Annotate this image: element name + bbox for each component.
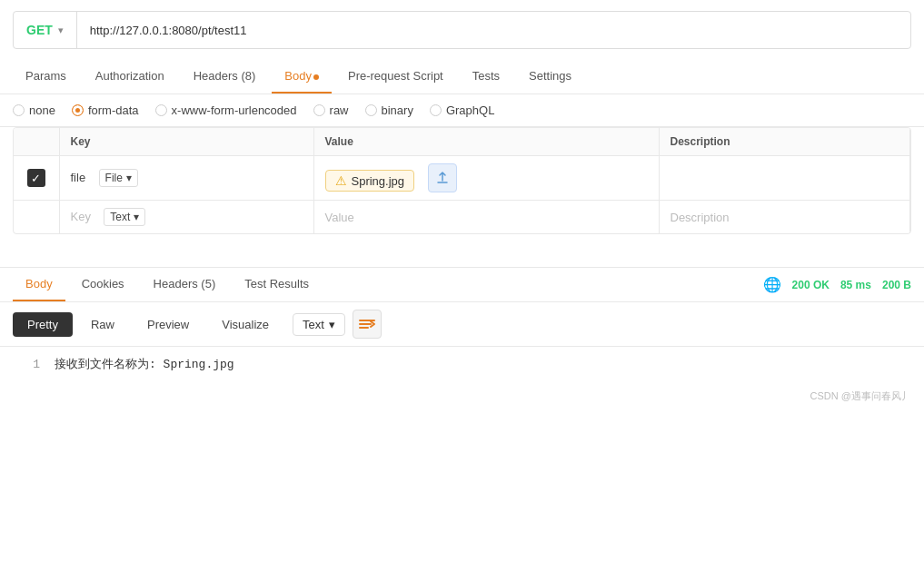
response-tab-headers[interactable]: Headers (5): [141, 268, 229, 301]
row2-type-selector[interactable]: Text ▾: [104, 208, 145, 226]
response-tab-cookies[interactable]: Cookies: [69, 268, 137, 301]
line-1-content: 接收到文件名称为: Spring.jpg: [55, 358, 234, 371]
body-dot: [313, 74, 319, 80]
row2-checkbox-cell: [14, 201, 59, 234]
tab-body[interactable]: Body: [272, 60, 332, 94]
radio-circle-urlencoded: [155, 104, 167, 116]
tab-tests[interactable]: Tests: [460, 60, 512, 94]
globe-icon: 🌐: [763, 276, 781, 293]
table-row: ✓ file File ▾ ⚠ Spring.jpg: [14, 156, 910, 201]
url-input[interactable]: [77, 24, 910, 37]
tab-params[interactable]: Params: [13, 60, 79, 94]
radio-urlencoded[interactable]: x-www-form-urlencoded: [155, 103, 297, 117]
row1-checkbox-cell: ✓: [14, 156, 59, 201]
spacer: [0, 234, 924, 252]
radio-binary[interactable]: binary: [365, 103, 413, 117]
row1-key-cell: file File ▾: [59, 156, 313, 201]
params-table-wrapper: Key Value Description ✓ file File ▾: [13, 127, 911, 234]
row2-desc-placeholder: Description: [671, 211, 730, 224]
format-chevron-icon: ▾: [329, 318, 335, 331]
response-type-row: Pretty Raw Preview Visualize Text ▾: [0, 302, 924, 347]
response-status-row: 🌐 200 OK 85 ms 200 B: [763, 276, 911, 293]
warning-icon: ⚠: [335, 173, 347, 188]
request-tabs: Params Authorization Headers (8) Body Pr…: [0, 60, 924, 94]
method-selector[interactable]: GET ▾: [14, 12, 77, 48]
row2-value-placeholder: Value: [325, 211, 354, 224]
wrap-button[interactable]: [353, 310, 382, 339]
status-time: 85 ms: [840, 279, 871, 291]
type-chevron-icon-2: ▾: [134, 211, 139, 223]
row2-key-placeholder[interactable]: Key: [71, 210, 91, 223]
resp-tab-pretty[interactable]: Pretty: [13, 312, 73, 337]
tab-headers[interactable]: Headers (8): [181, 60, 269, 94]
wrap-icon: [359, 318, 375, 330]
radio-circle-binary: [365, 104, 377, 116]
radio-circle-none: [13, 104, 25, 116]
table-row: Key Text ▾ Value Description: [14, 201, 910, 234]
row1-value-cell: ⚠ Spring.jpg: [313, 156, 659, 201]
method-text: GET: [26, 23, 53, 37]
row2-description-cell[interactable]: Description: [659, 201, 910, 234]
upload-button[interactable]: [428, 163, 457, 192]
resp-tab-raw[interactable]: Raw: [76, 312, 129, 337]
row1-type-selector[interactable]: File ▾: [99, 169, 138, 187]
format-selector[interactable]: Text ▾: [293, 313, 345, 336]
row1-key-value[interactable]: file: [71, 171, 86, 184]
response-tab-test-results[interactable]: Test Results: [232, 268, 322, 301]
row2-value-cell[interactable]: Value: [313, 201, 659, 234]
line-number-1: 1: [13, 356, 40, 375]
tab-pre-request-script[interactable]: Pre-request Script: [335, 60, 456, 94]
col-header-key: Key: [59, 128, 313, 156]
upload-icon: [435, 171, 450, 185]
row1-description-cell[interactable]: [659, 156, 910, 201]
resp-tab-preview[interactable]: Preview: [133, 312, 204, 337]
radio-circle-form-data: [72, 104, 84, 116]
radio-circle-raw: [313, 104, 325, 116]
status-size: 200 B: [882, 279, 911, 291]
col-header-value: Value: [313, 128, 659, 156]
col-header-description: Description: [659, 128, 910, 156]
url-bar: GET ▾: [13, 11, 911, 49]
body-type-row: none form-data x-www-form-urlencoded raw…: [0, 94, 924, 127]
row2-key-cell: Key Text ▾: [59, 201, 313, 234]
radio-raw[interactable]: raw: [313, 103, 349, 117]
file-badge: ⚠ Spring.jpg: [325, 170, 415, 192]
checkbox-checked[interactable]: ✓: [27, 169, 45, 187]
response-tab-body[interactable]: Body: [13, 268, 65, 301]
col-header-checkbox: [14, 128, 59, 156]
params-table: Key Value Description ✓ file File ▾: [14, 128, 910, 233]
tab-settings[interactable]: Settings: [516, 60, 584, 94]
resp-tab-visualize[interactable]: Visualize: [207, 312, 283, 337]
radio-form-data[interactable]: form-data: [72, 103, 139, 117]
radio-graphql[interactable]: GraphQL: [430, 103, 494, 117]
response-tabs-row: Body Cookies Headers (5) Test Results 🌐 …: [0, 268, 924, 302]
watermark: CSDN @遇事问春风丿: [0, 384, 924, 409]
chevron-down-icon: ▾: [58, 25, 64, 36]
radio-circle-graphql: [430, 104, 442, 116]
tab-authorization[interactable]: Authorization: [83, 60, 177, 94]
type-chevron-icon: ▾: [126, 172, 132, 184]
response-body: 1接收到文件名称为: Spring.jpg: [0, 347, 924, 384]
status-ok: 200 OK: [792, 279, 830, 291]
radio-none[interactable]: none: [13, 103, 55, 117]
response-section: Body Cookies Headers (5) Test Results 🌐 …: [0, 267, 924, 384]
